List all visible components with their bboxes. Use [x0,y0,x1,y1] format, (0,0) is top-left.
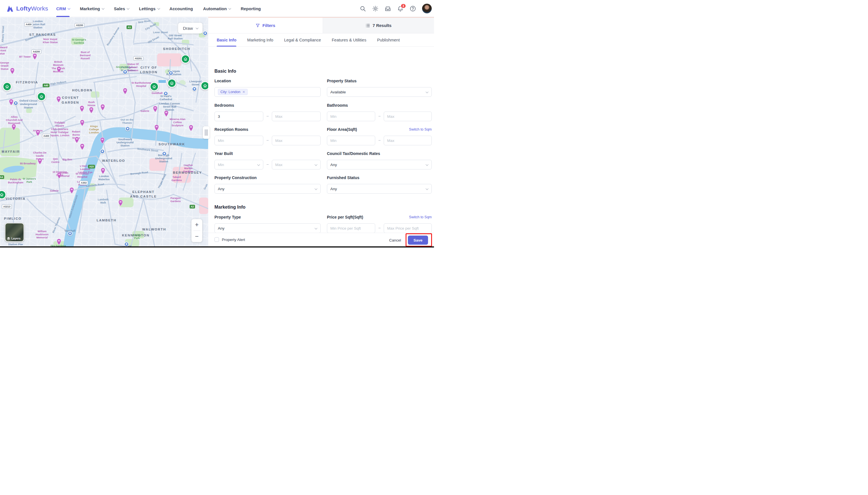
poi-pin[interactable] [154,124,159,131]
year-built-max-input[interactable]: Max [272,160,321,169]
poi-pin[interactable] [101,168,105,174]
nav-item-accounting[interactable]: Accounting [170,0,193,17]
bedrooms-max-input[interactable]: Max [272,112,321,121]
poi-pin[interactable] [11,124,16,131]
property-marker[interactable] [3,82,12,91]
chevron-down-icon [257,163,260,166]
chevron-down-icon [426,187,429,190]
poi-pin[interactable] [118,200,123,206]
poi-pin[interactable] [100,137,105,144]
property-marker[interactable] [201,81,208,90]
property-marker[interactable] [0,190,6,199]
bathrooms-max-input[interactable]: Max [384,112,432,121]
poi-pin[interactable] [89,107,94,114]
poi-pin[interactable] [56,96,61,103]
poi-pin[interactable] [10,68,15,74]
property-marker[interactable] [181,54,190,64]
layers-button[interactable]: Layers [5,223,24,242]
property-marker[interactable] [150,82,159,91]
map-label: Tabard [172,176,181,178]
poi-pin[interactable] [56,238,61,245]
map-label: Galerie [50,189,59,192]
map-label: St George's [72,38,86,41]
panel-resize-handle[interactable] [203,126,210,139]
bathrooms-min-input[interactable]: Min [327,112,375,121]
location-input[interactable]: City: London✕ [214,87,321,97]
furnished-status-select[interactable]: Any [327,184,432,193]
map[interactable]: ST PANCRASSHOREDITCHFITZROVIACITY OFLOND… [0,17,208,248]
nav-item-lettings[interactable]: Lettings [139,0,159,17]
poi-pin[interactable] [123,88,128,95]
zoom-out-button[interactable]: − [191,231,202,242]
help-icon[interactable] [410,5,416,12]
search-icon[interactable] [360,5,366,12]
cancel-button[interactable]: Cancel [389,236,401,245]
property-marker[interactable] [167,79,177,88]
poi-pin[interactable] [188,125,194,132]
map-label: Underground [20,102,37,106]
map-zoom-control: + − [191,219,202,242]
property-alert-label: Property Alert [222,238,245,242]
poi-pin[interactable] [74,137,79,143]
nav-item-reporting[interactable]: Reporting [240,0,261,17]
chip-remove-icon[interactable]: ✕ [242,90,245,94]
nav-item-marketing[interactable]: Marketing [80,0,104,17]
map-label: Liverpool [189,80,202,83]
nav-item-crm[interactable]: CRM [56,0,70,17]
nav-item-sales[interactable]: Sales [114,0,129,17]
property-construction-select[interactable]: Any [214,184,321,193]
property-type-select[interactable]: Any [214,223,321,233]
bell-icon[interactable]: 3 [397,5,404,12]
user-avatar[interactable] [422,4,432,13]
poi-pin[interactable] [37,158,42,165]
switch-to-sqm-link[interactable]: Switch to Sqm [400,215,432,219]
reception-rooms-min-input[interactable]: Min [214,136,263,145]
map-label: SOUTHWARK [158,142,185,146]
floor-area-sqft-max-input[interactable]: Max [384,136,432,145]
layers-label: Layers [11,237,20,240]
nav-item-automation[interactable]: Automation [203,0,230,17]
poi-pin[interactable] [69,187,74,194]
poi-pin[interactable] [153,106,157,113]
chip-label: City: London [220,90,240,94]
poi-pin[interactable] [80,119,85,126]
bedrooms-min-input[interactable]: 3 [214,112,263,121]
map-label: Gardens [74,41,84,44]
field-label-property-construction: Property Construction [214,175,257,180]
map-label: Station [159,160,168,163]
price-per-sqft-sqft-min-input[interactable]: Min Price per Sqft [327,223,375,233]
brand-logo[interactable]: LoftyWorks [6,0,48,17]
switch-to-sqm-link[interactable]: Switch to Sqm [400,127,432,132]
poi-pin[interactable] [57,172,62,179]
map-label: tatue [0,52,5,55]
poi-pin[interactable] [9,99,14,106]
year-built-min-input[interactable]: Min [214,160,263,169]
property-marker[interactable] [37,92,46,101]
map-label: Park [27,181,32,183]
poi-pin[interactable] [164,110,169,117]
draw-button[interactable]: Draw [178,23,202,34]
price-per-sqft-sqft-max-input[interactable]: Max Price per Sqft [384,223,432,233]
property-status-select[interactable]: Available [327,87,432,97]
poi-pin[interactable] [80,105,84,112]
poi-pin[interactable] [56,66,61,73]
gear-icon[interactable] [372,5,379,12]
notification-badge: 3 [400,3,406,8]
road-shield: A302 [80,181,88,185]
floor-area-sqft-min-input[interactable]: Min [327,136,375,145]
nav-label: Sales [114,6,125,11]
poi-pin[interactable] [80,143,85,150]
poi-pin[interactable] [32,53,37,60]
map-label: ELEPHANT [132,190,154,193]
property-alert-checkbox[interactable] [214,237,219,242]
poi-pin[interactable] [100,104,105,111]
reception-rooms-max-input[interactable]: Max [272,136,321,145]
council-tax-domestic-rates-select[interactable]: Any [327,160,432,169]
map-label: St James's [23,177,36,180]
road-shield: A2 [190,205,195,209]
inbox-icon[interactable] [385,5,391,12]
poi-pin[interactable] [35,130,40,136]
zoom-in-button[interactable]: + [191,219,202,231]
save-button[interactable]: Save [408,236,428,245]
map-label: Leather [184,164,193,167]
